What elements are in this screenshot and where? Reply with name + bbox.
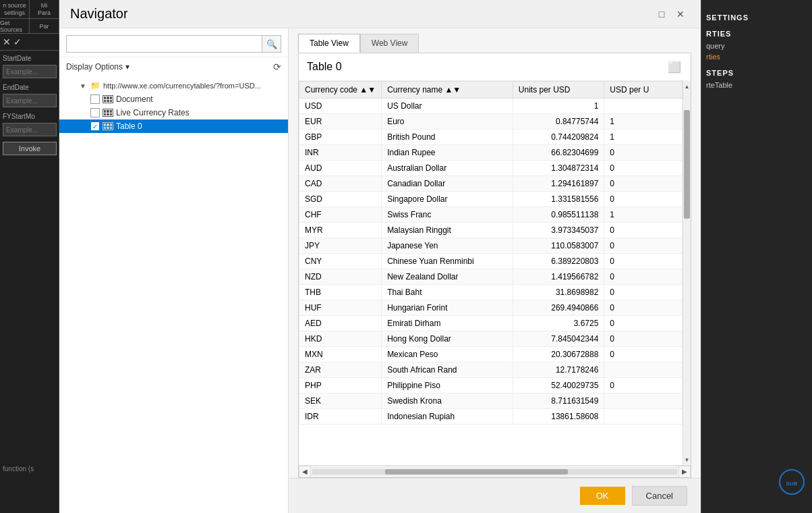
cell-units-per-usd: 1 bbox=[513, 99, 604, 114]
vertical-scrollbar[interactable]: ▲ ▼ bbox=[683, 81, 691, 465]
document-checkbox[interactable] bbox=[90, 94, 100, 104]
cell-currency-code: JPY bbox=[299, 238, 382, 254]
hscroll-thumb[interactable] bbox=[385, 469, 568, 475]
cell-currency-name: Japanese Yen bbox=[382, 238, 513, 254]
table0-checkbox[interactable]: ✓ bbox=[90, 122, 100, 131]
scroll-thumb[interactable] bbox=[684, 110, 690, 219]
display-options-button[interactable]: Display Options ▾ bbox=[66, 62, 129, 72]
cell-units-per-usd: 1.304872314 bbox=[513, 161, 604, 176]
live-rates-checkbox[interactable] bbox=[90, 108, 100, 117]
cell-currency-code: MXN bbox=[299, 347, 382, 362]
cell-units-per-usd: 20.30672888 bbox=[513, 347, 604, 362]
par-subtab[interactable]: Par bbox=[30, 19, 59, 33]
table-container: Table 0 ⬜ Currency code ▲▼ Currency name… bbox=[298, 53, 691, 478]
data-table: Currency code ▲▼ Currency name ▲▼ Units … bbox=[299, 81, 683, 425]
table-row: AEDEmirati Dirham3.67250 bbox=[299, 316, 683, 331]
live-rates-label: Live Currency Rates bbox=[116, 108, 190, 117]
table-view-tab[interactable]: Table View bbox=[298, 34, 360, 53]
hscroll-track bbox=[312, 469, 677, 475]
table0-label: Table 0 bbox=[116, 122, 142, 131]
cell-currency-code: HKD bbox=[299, 331, 382, 347]
col-header-usdper[interactable]: USD per U bbox=[604, 82, 683, 99]
document-label: Document bbox=[116, 94, 153, 104]
table-title-bar: Table 0 ⬜ bbox=[299, 53, 691, 81]
search-input[interactable] bbox=[66, 35, 262, 53]
function-text: function (s bbox=[3, 465, 34, 473]
tree-document-node[interactable]: Document bbox=[59, 92, 288, 106]
cell-usd-per-unit: 1 bbox=[604, 114, 683, 130]
cell-usd-per-unit: 0 bbox=[604, 316, 683, 331]
cell-usd-per-unit: 0 bbox=[604, 285, 683, 300]
cell-units-per-usd: 1.331581556 bbox=[513, 192, 604, 207]
col-header-name[interactable]: Currency name ▲▼ bbox=[382, 82, 513, 99]
cell-currency-code: MYR bbox=[299, 223, 382, 238]
tree-live-rates-node[interactable]: Live Currency Rates bbox=[59, 106, 288, 119]
steps-title: STEPS bbox=[706, 69, 807, 77]
search-button[interactable]: 🔍 bbox=[262, 35, 281, 53]
cell-units-per-usd: 7.845042344 bbox=[513, 331, 604, 347]
ok-button[interactable]: OK bbox=[580, 487, 625, 505]
cell-currency-name: Mexican Peso bbox=[382, 347, 513, 362]
cell-currency-code: HUF bbox=[299, 300, 382, 316]
cell-usd-per-unit: 0 bbox=[604, 254, 683, 269]
cell-units-per-usd: 3.973345037 bbox=[513, 223, 604, 238]
cell-usd-per-unit: 1 bbox=[604, 130, 683, 145]
table-options-button[interactable]: ⬜ bbox=[666, 59, 683, 75]
horizontal-scrollbar[interactable]: ◀ ▶ bbox=[299, 465, 691, 477]
confirm-toolbar-btn[interactable]: ✓ bbox=[13, 36, 22, 47]
cell-units-per-usd: 269.4940866 bbox=[513, 300, 604, 316]
properties-link[interactable]: rties bbox=[706, 53, 807, 61]
refresh-icon[interactable]: ⟳ bbox=[273, 61, 281, 72]
content-panel: Table View Web View Table 0 ⬜ Currency c… bbox=[289, 28, 701, 513]
cell-currency-name: Thai Baht bbox=[382, 285, 513, 300]
cell-units-per-usd: 0.985511138 bbox=[513, 207, 604, 223]
startdate-input[interactable] bbox=[3, 65, 57, 78]
cell-units-per-usd: 52.40029735 bbox=[513, 378, 604, 394]
table-row: MYRMalaysian Ringgit3.9733450370 bbox=[299, 223, 683, 238]
fystartmo-label: FYStartMo bbox=[3, 113, 57, 120]
scroll-wrapper[interactable]: Currency code ▲▼ Currency name ▲▼ Units … bbox=[299, 81, 683, 465]
scroll-left-button[interactable]: ◀ bbox=[299, 466, 311, 478]
cell-usd-per-unit: 0 bbox=[604, 161, 683, 176]
cell-currency-code: NZD bbox=[299, 269, 382, 285]
folder-icon: 📁 bbox=[90, 81, 100, 90]
tree-table0-node[interactable]: ✓ Table 0 bbox=[59, 119, 288, 133]
cell-currency-name: US Dollar bbox=[382, 99, 513, 114]
cell-usd-per-unit bbox=[604, 99, 683, 114]
cell-currency-code: PHP bbox=[299, 378, 382, 394]
query-item[interactable]: query bbox=[706, 42, 807, 50]
left-panel-body: StartDate EndDate FYStartMo Invoke bbox=[0, 51, 59, 159]
cell-usd-per-unit: 0 bbox=[604, 238, 683, 254]
dialog-footer: OK Cancel bbox=[289, 478, 701, 513]
cell-units-per-usd: 3.6725 bbox=[513, 316, 604, 331]
cell-currency-code: INR bbox=[299, 145, 382, 161]
table-row: PHPPhilippine Piso52.400297350 bbox=[299, 378, 683, 394]
source-settings-tab[interactable]: n sourcesettings bbox=[0, 0, 30, 18]
minimize-button[interactable]: □ bbox=[652, 5, 671, 24]
cell-usd-per-unit: 0 bbox=[604, 300, 683, 316]
cancel-button[interactable]: Cancel bbox=[632, 486, 687, 506]
cell-currency-name: Philippine Piso bbox=[382, 378, 513, 394]
invoke-button[interactable]: Invoke bbox=[3, 142, 57, 155]
startdate-label: StartDate bbox=[3, 55, 57, 62]
scroll-up-button[interactable]: ▲ bbox=[683, 81, 691, 92]
scroll-down-button[interactable]: ▼ bbox=[683, 454, 691, 465]
fystartmo-input[interactable] bbox=[3, 123, 57, 136]
close-toolbar-btn[interactable]: ✕ bbox=[3, 36, 11, 47]
enddate-input[interactable] bbox=[3, 94, 57, 107]
cell-currency-name: Indian Rupee bbox=[382, 145, 513, 161]
cell-currency-name: New Zealand Dollar bbox=[382, 269, 513, 285]
parameters-tab[interactable]: MiPara bbox=[30, 0, 59, 18]
tree-root-node[interactable]: ▼ 📁 http://www.xe.com/currencytables/?fr… bbox=[59, 79, 288, 92]
cell-currency-name: Hungarian Forint bbox=[382, 300, 513, 316]
cell-currency-name: Euro bbox=[382, 114, 513, 130]
close-button[interactable]: ✕ bbox=[671, 5, 690, 24]
web-view-tab[interactable]: Web View bbox=[360, 34, 419, 53]
cell-units-per-usd: 1.419566782 bbox=[513, 269, 604, 285]
table-row: AUDAustralian Dollar1.3048723140 bbox=[299, 161, 683, 176]
col-header-units[interactable]: Units per USD bbox=[513, 82, 604, 99]
get-sources-subtab[interactable]: Get Sources bbox=[0, 19, 30, 33]
col-header-code[interactable]: Currency code ▲▼ bbox=[299, 82, 382, 99]
scroll-right-button[interactable]: ▶ bbox=[678, 466, 691, 478]
create-table-item[interactable]: rteTable bbox=[706, 81, 807, 89]
